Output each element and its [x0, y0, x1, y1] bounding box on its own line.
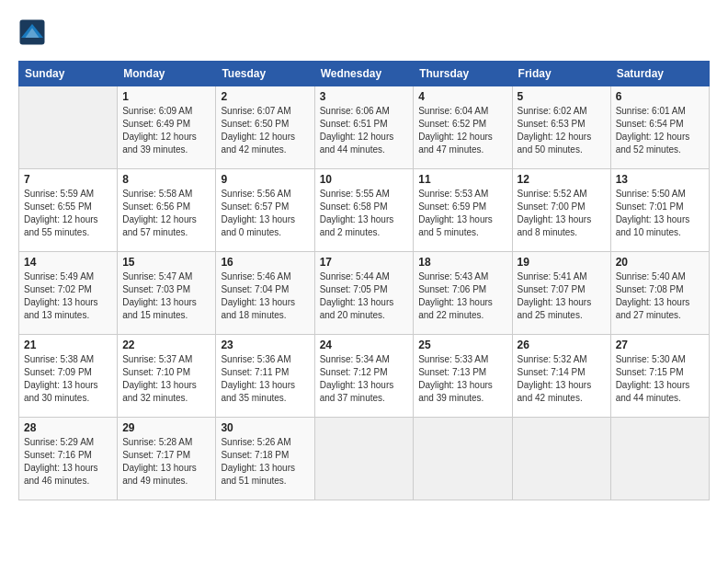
day-number: 4	[418, 90, 506, 103]
day-number: 29	[122, 421, 210, 434]
calendar-cell: 30Sunrise: 5:26 AM Sunset: 7:18 PM Dayli…	[216, 418, 314, 500]
day-info: Sunrise: 6:04 AM Sunset: 6:52 PM Dayligh…	[418, 105, 506, 156]
calendar-cell: 19Sunrise: 5:41 AM Sunset: 7:07 PM Dayli…	[512, 252, 610, 335]
day-number: 12	[518, 173, 606, 186]
day-number: 19	[518, 256, 606, 269]
day-info: Sunrise: 5:43 AM Sunset: 7:06 PM Dayligh…	[418, 270, 506, 322]
calendar-cell: 12Sunrise: 5:52 AM Sunset: 7:00 PM Dayli…	[512, 169, 610, 252]
calendar-cell: 25Sunrise: 5:33 AM Sunset: 7:13 PM Dayli…	[414, 335, 512, 418]
day-number: 30	[221, 421, 309, 434]
calendar-cell: 9Sunrise: 5:56 AM Sunset: 6:57 PM Daylig…	[216, 169, 314, 252]
day-info: Sunrise: 5:55 AM Sunset: 6:58 PM Dayligh…	[320, 188, 409, 239]
day-info: Sunrise: 5:38 AM Sunset: 7:09 PM Dayligh…	[24, 353, 112, 405]
calendar-cell: 24Sunrise: 5:34 AM Sunset: 7:12 PM Dayli…	[314, 335, 414, 418]
day-info: Sunrise: 5:40 AM Sunset: 7:08 PM Dayligh…	[616, 270, 704, 322]
col-header-friday: Friday	[512, 62, 610, 86]
calendar-cell: 13Sunrise: 5:50 AM Sunset: 7:01 PM Dayli…	[610, 169, 709, 252]
day-number: 18	[418, 256, 506, 269]
calendar-cell	[512, 418, 610, 500]
calendar-cell: 6Sunrise: 6:01 AM Sunset: 6:54 PM Daylig…	[610, 86, 709, 169]
calendar-week-1: 1Sunrise: 6:09 AM Sunset: 6:49 PM Daylig…	[19, 86, 710, 169]
day-info: Sunrise: 6:01 AM Sunset: 6:54 PM Dayligh…	[616, 105, 704, 156]
calendar-cell: 11Sunrise: 5:53 AM Sunset: 6:59 PM Dayli…	[414, 169, 512, 252]
day-info: Sunrise: 5:46 AM Sunset: 7:04 PM Dayligh…	[221, 270, 309, 322]
col-header-saturday: Saturday	[610, 62, 709, 86]
col-header-wednesday: Wednesday	[314, 62, 414, 86]
day-number: 25	[418, 339, 506, 351]
day-number: 2	[221, 90, 309, 103]
day-number: 24	[320, 339, 409, 351]
day-info: Sunrise: 5:59 AM Sunset: 6:55 PM Dayligh…	[24, 188, 112, 239]
col-header-thursday: Thursday	[414, 62, 512, 86]
day-info: Sunrise: 6:09 AM Sunset: 6:49 PM Dayligh…	[122, 105, 210, 156]
day-number: 17	[320, 256, 409, 269]
logo-icon	[18, 18, 46, 46]
calendar-cell	[610, 418, 709, 500]
day-number: 28	[24, 421, 112, 434]
calendar-cell: 4Sunrise: 6:04 AM Sunset: 6:52 PM Daylig…	[414, 86, 512, 169]
day-number: 5	[518, 90, 606, 103]
day-number: 7	[24, 173, 112, 186]
day-number: 20	[616, 256, 704, 269]
calendar-cell: 23Sunrise: 5:36 AM Sunset: 7:11 PM Dayli…	[216, 335, 314, 418]
day-info: Sunrise: 6:02 AM Sunset: 6:53 PM Dayligh…	[518, 105, 606, 156]
day-info: Sunrise: 5:47 AM Sunset: 7:03 PM Dayligh…	[122, 270, 210, 322]
day-info: Sunrise: 5:49 AM Sunset: 7:02 PM Dayligh…	[24, 270, 112, 322]
day-number: 6	[616, 90, 704, 103]
calendar-cell: 16Sunrise: 5:46 AM Sunset: 7:04 PM Dayli…	[216, 252, 314, 335]
calendar-cell	[414, 418, 512, 500]
day-number: 13	[616, 173, 704, 186]
calendar-cell: 15Sunrise: 5:47 AM Sunset: 7:03 PM Dayli…	[118, 252, 216, 335]
day-number: 1	[122, 90, 210, 103]
day-number: 22	[122, 339, 210, 351]
day-info: Sunrise: 5:56 AM Sunset: 6:57 PM Dayligh…	[221, 188, 309, 239]
calendar-cell: 26Sunrise: 5:32 AM Sunset: 7:14 PM Dayli…	[512, 335, 610, 418]
calendar-cell: 14Sunrise: 5:49 AM Sunset: 7:02 PM Dayli…	[19, 252, 118, 335]
calendar-cell: 22Sunrise: 5:37 AM Sunset: 7:10 PM Dayli…	[118, 335, 216, 418]
day-number: 23	[221, 339, 309, 351]
day-number: 11	[418, 173, 506, 186]
day-info: Sunrise: 5:36 AM Sunset: 7:11 PM Dayligh…	[221, 353, 309, 405]
day-info: Sunrise: 6:06 AM Sunset: 6:51 PM Dayligh…	[320, 105, 409, 156]
calendar-cell: 29Sunrise: 5:28 AM Sunset: 7:17 PM Dayli…	[118, 418, 216, 500]
col-header-monday: Monday	[118, 62, 216, 86]
day-number: 21	[24, 339, 112, 351]
page-header	[18, 18, 710, 46]
day-info: Sunrise: 5:28 AM Sunset: 7:17 PM Dayligh…	[122, 436, 210, 488]
day-number: 16	[221, 256, 309, 269]
day-number: 10	[320, 173, 409, 186]
day-info: Sunrise: 5:30 AM Sunset: 7:15 PM Dayligh…	[616, 353, 704, 405]
calendar-cell: 1Sunrise: 6:09 AM Sunset: 6:49 PM Daylig…	[118, 86, 216, 169]
day-number: 27	[616, 339, 704, 351]
day-number: 26	[518, 339, 606, 351]
calendar-cell: 17Sunrise: 5:44 AM Sunset: 7:05 PM Dayli…	[314, 252, 414, 335]
day-info: Sunrise: 5:53 AM Sunset: 6:59 PM Dayligh…	[418, 188, 506, 239]
day-info: Sunrise: 5:50 AM Sunset: 7:01 PM Dayligh…	[616, 188, 704, 239]
day-info: Sunrise: 5:34 AM Sunset: 7:12 PM Dayligh…	[320, 353, 409, 405]
day-number: 15	[122, 256, 210, 269]
calendar-cell: 28Sunrise: 5:29 AM Sunset: 7:16 PM Dayli…	[19, 418, 118, 500]
calendar-cell	[314, 418, 414, 500]
col-header-sunday: Sunday	[19, 62, 118, 86]
day-info: Sunrise: 5:52 AM Sunset: 7:00 PM Dayligh…	[518, 188, 606, 239]
calendar-cell: 2Sunrise: 6:07 AM Sunset: 6:50 PM Daylig…	[216, 86, 314, 169]
calendar-cell: 8Sunrise: 5:58 AM Sunset: 6:56 PM Daylig…	[118, 169, 216, 252]
day-info: Sunrise: 5:37 AM Sunset: 7:10 PM Dayligh…	[122, 353, 210, 405]
day-info: Sunrise: 5:32 AM Sunset: 7:14 PM Dayligh…	[518, 353, 606, 405]
calendar-cell: 3Sunrise: 6:06 AM Sunset: 6:51 PM Daylig…	[314, 86, 414, 169]
calendar-week-3: 14Sunrise: 5:49 AM Sunset: 7:02 PM Dayli…	[19, 252, 710, 335]
calendar-cell: 27Sunrise: 5:30 AM Sunset: 7:15 PM Dayli…	[610, 335, 709, 418]
calendar-table: SundayMondayTuesdayWednesdayThursdayFrid…	[18, 61, 710, 500]
calendar-cell: 7Sunrise: 5:59 AM Sunset: 6:55 PM Daylig…	[19, 169, 118, 252]
calendar-cell: 5Sunrise: 6:02 AM Sunset: 6:53 PM Daylig…	[512, 86, 610, 169]
day-info: Sunrise: 5:44 AM Sunset: 7:05 PM Dayligh…	[320, 270, 409, 322]
calendar-cell: 10Sunrise: 5:55 AM Sunset: 6:58 PM Dayli…	[314, 169, 414, 252]
col-header-tuesday: Tuesday	[216, 62, 314, 86]
calendar-week-5: 28Sunrise: 5:29 AM Sunset: 7:16 PM Dayli…	[19, 418, 710, 500]
day-info: Sunrise: 5:29 AM Sunset: 7:16 PM Dayligh…	[24, 436, 112, 488]
day-info: Sunrise: 5:58 AM Sunset: 6:56 PM Dayligh…	[122, 188, 210, 239]
day-info: Sunrise: 6:07 AM Sunset: 6:50 PM Dayligh…	[221, 105, 309, 156]
day-number: 8	[122, 173, 210, 186]
calendar-week-4: 21Sunrise: 5:38 AM Sunset: 7:09 PM Dayli…	[19, 335, 710, 418]
day-info: Sunrise: 5:41 AM Sunset: 7:07 PM Dayligh…	[518, 270, 606, 322]
